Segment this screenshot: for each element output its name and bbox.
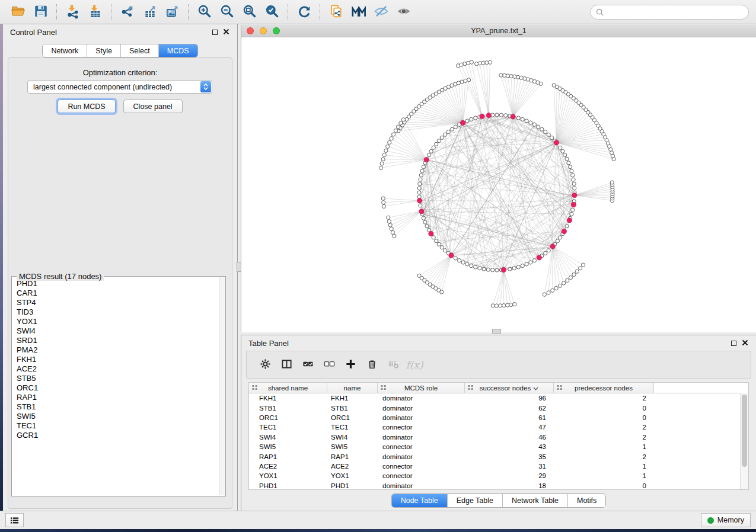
network-node[interactable]: [547, 133, 550, 136]
network-hub-node[interactable]: [486, 113, 491, 118]
mcds-result-item[interactable]: CAR1: [12, 289, 219, 298]
network-node[interactable]: [392, 133, 395, 136]
export-table-button[interactable]: [139, 2, 161, 22]
network-node[interactable]: [513, 75, 516, 78]
save-session-button[interactable]: [30, 2, 52, 22]
network-node[interactable]: [396, 125, 400, 129]
network-node[interactable]: [503, 73, 506, 77]
cell-successor-nodes[interactable]: 43: [465, 443, 554, 450]
network-node[interactable]: [454, 257, 457, 260]
network-node[interactable]: [499, 73, 503, 77]
network-node[interactable]: [422, 165, 425, 169]
table-row[interactable]: ORC1ORC1dominator610: [249, 413, 748, 422]
network-node[interactable]: [387, 220, 391, 223]
network-node[interactable]: [450, 127, 454, 131]
table-row[interactable]: YOX1YOX1connector291: [249, 471, 748, 480]
table-tab-edge-table[interactable]: Edge Table: [447, 494, 502, 507]
network-node[interactable]: [543, 293, 546, 296]
table-tab-motifs[interactable]: Motifs: [567, 494, 605, 507]
column-header-shared-name[interactable]: shared name: [249, 383, 327, 393]
cell-predecessor-nodes[interactable]: 0: [554, 414, 654, 421]
network-node[interactable]: [562, 281, 566, 285]
search-input[interactable]: [607, 7, 746, 17]
network-node[interactable]: [419, 174, 423, 177]
network-node[interactable]: [525, 119, 528, 123]
network-graph[interactable]: [241, 37, 756, 332]
network-node[interactable]: [561, 149, 564, 153]
network-node[interactable]: [565, 157, 569, 161]
network-node[interactable]: [550, 136, 554, 139]
hide-selected-button[interactable]: [370, 2, 392, 22]
table-row[interactable]: PHD1PHD1dominator180: [249, 481, 748, 490]
cell-predecessor-nodes[interactable]: 2: [554, 395, 654, 402]
zoom-fit-button[interactable]: [238, 2, 260, 22]
table-settings-button[interactable]: [254, 354, 276, 376]
network-node[interactable]: [569, 165, 572, 169]
network-node[interactable]: [529, 261, 532, 264]
mcds-result-item[interactable]: GCR1: [12, 431, 219, 440]
cell-name[interactable]: PHD1: [327, 482, 378, 489]
network-node[interactable]: [381, 197, 385, 200]
network-node[interactable]: [401, 118, 405, 121]
mcds-result-item[interactable]: SRD1: [12, 336, 219, 345]
network-node[interactable]: [516, 265, 520, 269]
network-node[interactable]: [419, 178, 422, 181]
network-node[interactable]: [386, 145, 390, 148]
network-node[interactable]: [532, 123, 536, 126]
network-node[interactable]: [565, 225, 569, 228]
column-header-mcds-role[interactable]: MCDS role: [378, 383, 465, 393]
network-node[interactable]: [470, 60, 473, 64]
network-node[interactable]: [559, 146, 562, 149]
network-node[interactable]: [422, 216, 425, 220]
cell-name[interactable]: SWI5: [327, 443, 378, 450]
network-node[interactable]: [440, 290, 444, 294]
network-node[interactable]: [575, 270, 579, 273]
cell-shared-name[interactable]: SWI4: [249, 434, 327, 441]
network-node[interactable]: [508, 267, 512, 271]
cell-mcds-role[interactable]: dominator: [378, 395, 465, 402]
network-node[interactable]: [556, 239, 559, 243]
cell-mcds-role[interactable]: dominator: [378, 405, 465, 412]
network-node[interactable]: [537, 125, 540, 129]
cell-shared-name[interactable]: TEC1: [249, 424, 327, 431]
network-node[interactable]: [559, 236, 562, 239]
network-node[interactable]: [379, 166, 382, 169]
network-hub-node[interactable]: [571, 202, 576, 207]
network-hub-node[interactable]: [429, 231, 433, 236]
cell-mcds-role[interactable]: dominator: [378, 453, 465, 460]
network-node[interactable]: [478, 267, 481, 270]
network-hub-node[interactable]: [554, 140, 559, 145]
cell-mcds-role[interactable]: dominator: [378, 482, 465, 489]
network-node[interactable]: [573, 187, 576, 190]
criterion-dropdown[interactable]: largest connected component (undirected): [27, 80, 212, 94]
table-row[interactable]: SWI4SWI4dominator462: [249, 432, 748, 442]
network-node[interactable]: [485, 61, 489, 65]
mcds-result-item[interactable]: SWI4: [12, 326, 219, 336]
network-node[interactable]: [544, 130, 547, 134]
network-node[interactable]: [512, 267, 516, 270]
network-node[interactable]: [488, 60, 492, 64]
show-column-button[interactable]: [276, 354, 297, 376]
network-hub-node[interactable]: [480, 114, 484, 118]
network-node[interactable]: [444, 249, 447, 252]
mcds-result-item[interactable]: PMA2: [12, 345, 219, 355]
network-node[interactable]: [563, 153, 567, 157]
mcds-result-item[interactable]: TID3: [12, 307, 219, 317]
column-header-name[interactable]: name: [327, 383, 378, 393]
cell-successor-nodes[interactable]: 18: [465, 482, 554, 489]
network-node[interactable]: [418, 182, 422, 185]
cell-predecessor-nodes[interactable]: 1: [554, 463, 654, 470]
cell-predecessor-nodes[interactable]: 2: [554, 424, 654, 431]
memory-button[interactable]: Memory: [701, 513, 751, 527]
cell-shared-name[interactable]: YOX1: [249, 472, 327, 479]
mcds-result-item[interactable]: FKH1: [12, 355, 219, 364]
network-node[interactable]: [391, 230, 394, 234]
cell-shared-name[interactable]: RAP1: [249, 453, 327, 460]
network-node[interactable]: [547, 291, 550, 294]
cell-successor-nodes[interactable]: 62: [465, 405, 554, 412]
tab-style[interactable]: Style: [87, 44, 120, 57]
open-file-button[interactable]: [7, 2, 29, 22]
cell-successor-nodes[interactable]: 35: [465, 453, 554, 460]
network-hub-node[interactable]: [419, 209, 424, 214]
network-hub-node[interactable]: [511, 114, 515, 119]
